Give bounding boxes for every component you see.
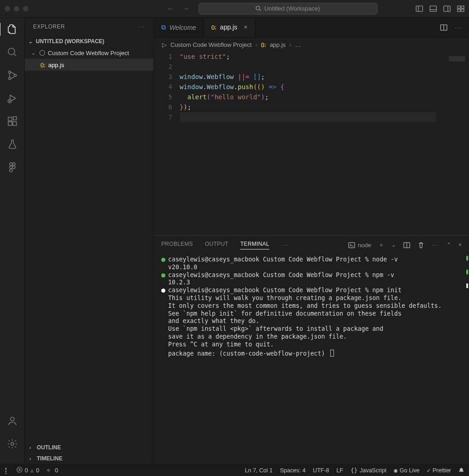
layout-controls xyxy=(416,5,464,12)
ports-status[interactable]: ᯤ0 xyxy=(46,467,58,474)
split-terminal-icon[interactable] xyxy=(403,242,410,249)
problems-status[interactable]: ⓧ0 ⚠0 xyxy=(17,466,39,474)
svg-rect-4 xyxy=(430,6,436,11)
scm-icon[interactable] xyxy=(6,69,19,82)
status-bar: ⡇ ⓧ0 ⚠0 ᯤ0 Ln 7, Col 1 Spaces: 4 UTF-8 L… xyxy=(0,464,469,476)
toggle-sidebar-left-icon[interactable] xyxy=(416,5,423,12)
toggle-panel-icon[interactable] xyxy=(429,5,437,12)
svg-rect-8 xyxy=(458,6,460,8)
split-editor-icon[interactable] xyxy=(440,24,447,31)
panel-tab-problems[interactable]: PROBLEMS xyxy=(161,241,193,249)
broadcast-icon: ◉ xyxy=(394,467,398,474)
outline-section[interactable]: › OUTLINE xyxy=(25,442,153,453)
trash-icon[interactable] xyxy=(418,242,424,249)
radio-icon xyxy=(40,50,45,56)
svg-rect-21 xyxy=(13,122,17,125)
explorer-icon[interactable] xyxy=(0,23,24,36)
terminal-dropdown-icon[interactable]: ⌄ xyxy=(391,242,396,248)
panel-tab-output[interactable]: OUTPUT xyxy=(205,241,228,249)
svg-rect-6 xyxy=(444,6,450,11)
code-lines[interactable]: "use strict"; window.Webflow ||= []; win… xyxy=(180,51,441,235)
breadcrumb-more[interactable]: … xyxy=(295,41,301,48)
remote-indicator[interactable]: ⡇ xyxy=(5,467,9,474)
figma-icon[interactable] xyxy=(6,161,19,174)
indentation-status[interactable]: Spaces: 4 xyxy=(280,467,306,474)
terminal-name-selector[interactable]: node xyxy=(348,242,371,249)
editor-more-icon[interactable]: ··· xyxy=(455,24,463,31)
vscode-logo-icon: ⧉ xyxy=(161,23,166,31)
error-icon: ⓧ xyxy=(17,466,23,474)
js-file-icon: (); xyxy=(261,42,266,47)
explorer-title: EXPLORER xyxy=(33,23,65,30)
svg-point-24 xyxy=(12,163,15,165)
account-icon[interactable] xyxy=(6,414,19,427)
warning-icon: ⚠ xyxy=(30,467,34,474)
panel-more-icon[interactable]: ··· xyxy=(281,242,288,248)
extensions-icon[interactable] xyxy=(6,115,19,128)
prompt-success-icon xyxy=(161,258,165,262)
new-terminal-icon[interactable]: ＋ xyxy=(379,241,384,249)
panel-more-icon-2[interactable]: ··· xyxy=(432,242,439,248)
minimize-dot[interactable] xyxy=(14,6,19,11)
editor-area: ⧉ Welcome (); app.js × ··· ▷ Custom Code… xyxy=(154,17,469,464)
eol-status[interactable]: LF xyxy=(337,467,344,474)
minimap[interactable] xyxy=(441,51,469,235)
breadcrumb-folder[interactable]: Custom Code Webflow Project xyxy=(170,41,252,48)
command-center[interactable]: Untitled (Workspace) xyxy=(198,3,378,15)
braces-icon: {} xyxy=(350,467,357,474)
prettier-status[interactable]: ✓Prettier xyxy=(427,467,451,474)
tab-app-js[interactable]: (); app.js × xyxy=(204,17,255,37)
zoom-dot[interactable] xyxy=(23,6,28,11)
file-app-js[interactable]: (); app.js xyxy=(25,59,153,71)
nav-back-icon[interactable]: ← xyxy=(167,5,175,13)
layout-customize-icon[interactable] xyxy=(457,5,464,12)
chevron-right-icon: › xyxy=(29,445,35,450)
panel-tab-terminal[interactable]: TERMINAL xyxy=(240,241,269,249)
traffic-lights xyxy=(5,6,28,11)
title-bar: ← → Untitled (Workspace) xyxy=(0,0,469,17)
svg-point-23 xyxy=(10,163,12,165)
tab-welcome-label: Welcome xyxy=(170,24,196,31)
svg-rect-11 xyxy=(461,9,464,11)
terminal-view[interactable]: caseylewis@caseys_macbook Custom Code We… xyxy=(154,254,469,464)
check-icon: ✓ xyxy=(427,467,430,474)
radio-tower-icon: ᯤ xyxy=(46,467,52,474)
explorer-more-icon[interactable]: ··· xyxy=(138,23,145,30)
play-icon[interactable]: ▷ xyxy=(162,41,167,48)
close-dot[interactable] xyxy=(5,6,10,11)
bottom-panel: PROBLEMS OUTPUT TERMINAL ··· node ＋ ⌄ ··… xyxy=(154,235,469,464)
encoding-status[interactable]: UTF-8 xyxy=(313,467,329,474)
nav-arrows: ← → xyxy=(167,5,190,13)
settings-gear-icon[interactable] xyxy=(6,437,19,450)
svg-point-12 xyxy=(8,48,15,55)
toggle-sidebar-right-icon[interactable] xyxy=(443,5,451,12)
panel-close-icon[interactable]: × xyxy=(458,242,462,248)
js-file-icon: (); xyxy=(211,24,216,30)
svg-point-15 xyxy=(8,78,11,80)
search-activity-icon[interactable] xyxy=(6,46,19,59)
panel-maximize-icon[interactable]: ⌃ xyxy=(446,242,451,248)
cursor-position[interactable]: Ln 7, Col 1 xyxy=(245,467,272,474)
tab-app-js-label: app.js xyxy=(220,23,237,31)
prompt-running-icon xyxy=(161,289,165,293)
svg-rect-19 xyxy=(8,117,12,121)
outline-label: OUTLINE xyxy=(37,444,61,451)
go-live-button[interactable]: ◉Go Live xyxy=(394,467,420,474)
tab-bar: ⧉ Welcome (); app.js × ··· xyxy=(154,17,469,38)
notifications-icon[interactable]: 🔔︎ xyxy=(458,467,464,474)
nav-forward-icon[interactable]: → xyxy=(183,5,190,13)
testing-icon[interactable] xyxy=(6,138,19,151)
svg-point-25 xyxy=(10,166,12,169)
workspace-row[interactable]: ⌄ UNTITLED (WORKSPACE) xyxy=(25,36,153,47)
breadcrumb-sep-icon: › xyxy=(289,41,291,48)
timeline-section[interactable]: › TIMELINE xyxy=(25,453,153,464)
breadcrumb-file[interactable]: app.js xyxy=(270,41,286,48)
language-mode[interactable]: {}JavaScript xyxy=(350,467,386,474)
project-name: Custom Code Webflow Project xyxy=(48,50,129,57)
code-editor[interactable]: 123 456 7 "use strict"; window.Webflow |… xyxy=(154,51,469,235)
project-folder[interactable]: ⌄ Custom Code Webflow Project xyxy=(25,47,153,59)
close-tab-icon[interactable]: × xyxy=(243,23,247,31)
debug-icon[interactable] xyxy=(6,92,19,105)
tab-welcome[interactable]: ⧉ Welcome xyxy=(154,17,204,37)
breadcrumb[interactable]: ▷ Custom Code Webflow Project › (); app.… xyxy=(154,38,469,51)
